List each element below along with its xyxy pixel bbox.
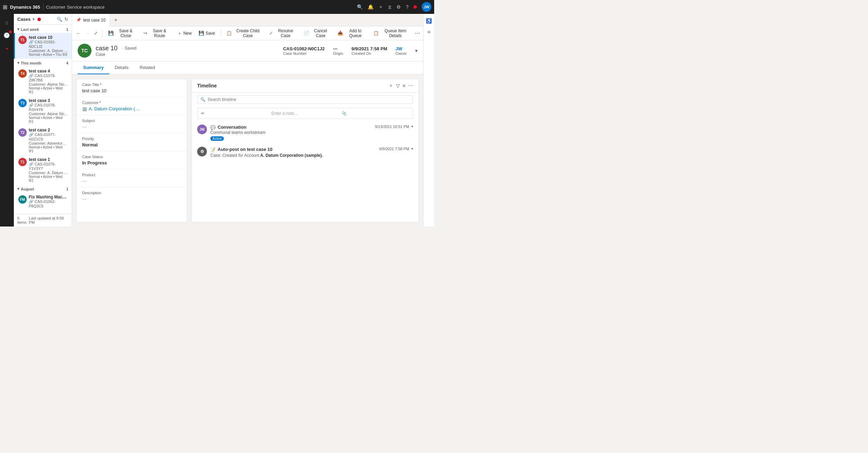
accessibility-icon[interactable]: ♿	[424, 17, 433, 25]
list-item[interactable]: FM Fix Washing Machine 🔗 CAS-01062-P8Q3C…	[14, 193, 72, 210]
tab-related[interactable]: Related	[134, 61, 161, 74]
description-value[interactable]: ---	[82, 196, 181, 202]
nav-notifications[interactable]: 🕐	[1, 30, 12, 41]
timeline-search-input[interactable]	[208, 97, 410, 102]
entry-type-icon: 💬	[210, 125, 216, 130]
add-tab-button[interactable]: ＋	[110, 14, 121, 26]
avatar: T1	[18, 36, 27, 44]
add-to-queue-button[interactable]: 📥 Add to Queue	[335, 27, 369, 40]
timeline-note-input[interactable]: ✏ Enter a note... 📎	[197, 108, 413, 119]
last-week-group-header[interactable]: ▾ Last week 1	[14, 25, 72, 33]
main-layout: ⌂ 🕐 ● Cases ▾ 🔍 ↻ ▾ Last week 1	[0, 14, 434, 226]
more-commands-button[interactable]: ⋯	[415, 30, 420, 36]
cancel-label: Cancel Case	[310, 28, 331, 38]
timeline-filter-icon[interactable]: ▽	[396, 83, 400, 88]
case-number: 🔗 CAS-01078-R3X4Y8	[29, 103, 68, 112]
timeline-title: Timeline	[197, 83, 386, 88]
list-view-icon[interactable]: ≡	[426, 28, 431, 36]
case-status-value[interactable]: In Progress	[82, 160, 181, 165]
last-updated: Last updated at 9:59 PM	[29, 216, 68, 224]
august-group-header[interactable]: ▾ August 1	[14, 185, 72, 193]
required-star: *	[100, 83, 101, 87]
timeline-search[interactable]: 🔍	[197, 95, 413, 104]
grid-icon[interactable]: ⊞	[3, 4, 7, 10]
timeline-more-icon[interactable]: ⋯	[408, 83, 413, 88]
cases-dropdown-arrow[interactable]: ▾	[33, 17, 35, 22]
help-icon[interactable]: ?	[406, 4, 409, 10]
list-item[interactable]: T1 test case 10 🔗 CAS-01082-N0C1J2 Custo…	[14, 33, 72, 59]
product-value[interactable]: ---	[82, 178, 181, 183]
timeline-add-icon[interactable]: ＋	[388, 83, 393, 89]
entry-date: 9/9/2021 7:58 PM	[379, 147, 409, 151]
form-expand-button[interactable]: ▾	[415, 48, 418, 53]
list-item[interactable]: T4 test case 4 🔗 CAS-01079-Z8K7B8 Custom…	[14, 67, 72, 96]
list-item[interactable]: T2 test case 2 🔗 CAS-01077-H2Z1C9 Custom…	[14, 126, 72, 155]
cancel-case-button[interactable]: 📄 Cancel Case	[301, 27, 333, 40]
paperclip-icon[interactable]: 📎	[342, 111, 409, 116]
origin-label: Origin	[333, 51, 343, 55]
tab-bar: 📌 test case 10 ＋	[72, 14, 423, 26]
refresh-cases-icon[interactable]: ↻	[64, 17, 68, 22]
timeline-entry: JW 💬 Conversation 9/13/2021 10:51 PM ▾ C…	[197, 125, 413, 141]
case-customer: Customer: Alpine Ski House (sample)	[29, 82, 68, 86]
case-meta: Normal • Active • Wed 9/1	[29, 86, 68, 94]
save-button[interactable]: 💾 Save	[196, 29, 218, 37]
notification-icon[interactable]: 🔔	[368, 4, 374, 10]
create-child-case-button[interactable]: 📋 Create Child Case	[223, 27, 265, 40]
expand-icon[interactable]: ▾	[411, 147, 413, 151]
case-customer: Customer: A. Datum Corporation (sampl...	[29, 171, 68, 175]
this-month-group-header[interactable]: ▾ This month 4	[14, 59, 72, 67]
tab-test-case-10[interactable]: 📌 test case 10	[72, 14, 110, 26]
open-in-new-button[interactable]: ⤢	[92, 29, 99, 37]
nav-home[interactable]: ⌂	[1, 17, 12, 28]
created-on-label: Created On	[351, 51, 371, 55]
list-item[interactable]: T1 test case 1 🔗 CAS-01076-Y1V3Y7 Custom…	[14, 155, 72, 185]
nav-active[interactable]: ●	[1, 43, 12, 54]
tab-summary[interactable]: Summary	[78, 61, 109, 74]
tab-details[interactable]: Details	[109, 61, 134, 74]
content-tabs: Summary Details Related	[72, 61, 423, 75]
save-close-button[interactable]: 💾 Save & Close	[105, 27, 139, 40]
case-info: Fix Washing Machine 🔗 CAS-01062-P8Q3C5	[29, 195, 68, 208]
queue-details-icon: 📋	[373, 31, 379, 36]
add-icon[interactable]: ＋	[378, 4, 383, 10]
entry-title: Auto-post on test case 10	[218, 147, 272, 152]
brand-name: Dynamics 365	[10, 5, 40, 10]
form-subtitle: Case	[96, 52, 279, 57]
subject-value[interactable]: ---	[82, 124, 181, 129]
owner-meta: JW Owner	[396, 46, 407, 55]
form-header: TC case 10 · Saved Case CAS-01082-N0C1J2…	[72, 40, 423, 61]
resolve-case-button[interactable]: ✓ Resolve Case	[266, 27, 299, 40]
product-field: Product ---	[77, 169, 187, 187]
settings-icon[interactable]: ⚙	[396, 4, 401, 10]
subject-label: Subject	[82, 119, 181, 123]
list-item[interactable]: T3 test case 3 🔗 CAS-01078-R3X4Y8 Custom…	[14, 96, 72, 126]
expand-icon[interactable]: ▾	[411, 125, 413, 128]
new-button[interactable]: ＋ New	[175, 29, 194, 38]
search-cases-icon[interactable]: 🔍	[57, 17, 62, 22]
timeline-search-icon: 🔍	[200, 97, 205, 102]
save-close-icon: 💾	[108, 31, 114, 36]
customer-label: Customer*	[82, 101, 181, 105]
forward-button[interactable]: →	[84, 29, 91, 37]
filter-icon[interactable]: ⧖	[388, 4, 392, 10]
form-meta-area: CAS-01082-N0C1J2 Case Number --- Origin …	[283, 46, 418, 55]
cases-title[interactable]: Cases	[17, 17, 30, 22]
timeline-panel: Timeline ＋ ▽ ≡ ⋯ 🔍 ✏ Enter a note... 📎	[191, 79, 419, 222]
avatar: T2	[18, 128, 27, 137]
back-button[interactable]: ←	[75, 29, 82, 37]
case-name: test case 2	[29, 128, 68, 133]
tab-label: test case 10	[83, 18, 106, 23]
timeline-list-icon[interactable]: ≡	[403, 83, 405, 88]
user-avatar[interactable]: JW	[422, 2, 431, 12]
case-title-value[interactable]: test case 10	[82, 88, 181, 93]
entry-content: 📝 Auto-post on test case 10 9/9/2021 7:5…	[210, 147, 413, 158]
search-icon[interactable]: 🔍	[357, 4, 363, 10]
top-nav-icons: 🔍 🔔 ＋ ⧖ ⚙ ? JW	[357, 2, 431, 12]
priority-value[interactable]: Normal	[82, 142, 181, 147]
customer-value[interactable]: 🏢A. Datum Corporation (…	[82, 106, 181, 111]
queue-item-details-button[interactable]: 📋 Queue Item Details	[370, 27, 413, 40]
save-route-button[interactable]: ↪ Save & Route	[141, 27, 173, 40]
owner-value[interactable]: JW	[396, 46, 403, 51]
case-number: 🔗 CAS-01079-Z8K7B8	[29, 74, 68, 82]
